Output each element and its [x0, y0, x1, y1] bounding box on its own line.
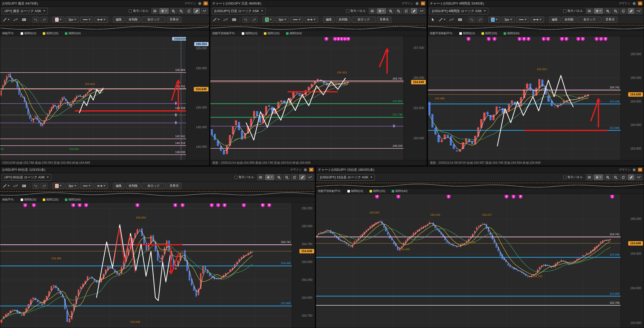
zoom-in-icon[interactable]	[604, 174, 611, 180]
edit-button[interactable]: 編集	[113, 17, 125, 23]
color-picker[interactable]	[52, 183, 64, 189]
line-style-icon[interactable]	[290, 17, 303, 23]
delete-all-button[interactable]: 全削除	[336, 17, 350, 23]
bell-icon[interactable]	[392, 124, 396, 129]
pencil-icon[interactable]	[193, 8, 200, 14]
close-icon[interactable]: ×	[421, 2, 425, 5]
close-icon[interactable]: ×	[204, 2, 208, 5]
gear-icon[interactable]	[632, 168, 636, 172]
delete-all-button[interactable]: 全削除	[126, 183, 140, 189]
card-tool-icon[interactable]	[456, 17, 463, 23]
zoom-out-icon[interactable]	[178, 8, 184, 14]
price-chart[interactable]: 154.741154.446153.886153.755155.053155.0…	[316, 194, 621, 328]
wave-icon[interactable]	[635, 8, 642, 14]
trade-panel-checkbox[interactable]: 取引パネル	[563, 9, 583, 13]
pointer-icon[interactable]	[429, 17, 436, 23]
redo-icon[interactable]	[251, 17, 258, 23]
add-icon[interactable]	[159, 8, 169, 14]
refresh-icon[interactable]	[620, 174, 627, 180]
color-picker[interactable]	[262, 17, 274, 23]
price-chart[interactable]: 154.741154.446153.886155.053154.48621114…	[428, 36, 621, 160]
rate-list-icon[interactable]	[586, 8, 593, 14]
hide-button[interactable]: 非表示	[377, 17, 391, 23]
lock-all-button[interactable]: 全ロック	[142, 183, 166, 189]
undo-icon[interactable]	[32, 183, 39, 189]
refresh-icon[interactable]	[291, 174, 298, 180]
add-icon[interactable]	[377, 8, 386, 14]
rate-list-icon[interactable]	[586, 174, 593, 180]
arrow-style-icon[interactable]	[95, 183, 108, 189]
zigzag-tool-icon[interactable]	[12, 183, 19, 189]
zoom-out-icon[interactable]	[612, 8, 619, 14]
card-tool-icon[interactable]	[230, 17, 237, 23]
delete-all-button[interactable]: 全削除	[126, 17, 140, 23]
hide-button[interactable]: 非表示	[603, 17, 617, 23]
price-chart[interactable]: 154.741154.446153.886155.053154.486153.6…	[0, 203, 292, 328]
zoom-in-icon[interactable]	[387, 8, 394, 14]
price-chart[interactable]: 154.741152.859151.746149.159155.05341311…	[210, 36, 404, 160]
checkbox-box[interactable]	[234, 176, 237, 179]
card-tool-icon[interactable]	[20, 17, 27, 23]
zigzag-tool-icon[interactable]	[222, 17, 229, 23]
line-tool-icon[interactable]	[2, 17, 11, 23]
overview-strip[interactable]	[316, 182, 644, 188]
checkbox-box[interactable]	[346, 10, 349, 13]
bell-icon[interactable]	[174, 121, 178, 126]
design-button[interactable]: デザイン	[619, 2, 630, 5]
edit-button[interactable]: 編集	[323, 17, 335, 23]
rate-list-icon[interactable]	[151, 8, 158, 14]
refresh-icon[interactable]	[185, 8, 192, 14]
line-style-icon[interactable]	[80, 183, 93, 189]
redo-icon[interactable]	[41, 17, 48, 23]
chart-plot-area[interactable]: 154.741154.446153.886155.053154.48621114…	[428, 36, 644, 160]
overview-strip[interactable]	[210, 24, 427, 31]
price-axis[interactable]: 155.500155.000154.500154.000153.500154.6…	[621, 36, 644, 160]
close-icon[interactable]: ×	[309, 168, 313, 172]
hide-button[interactable]: 非表示	[167, 183, 181, 189]
gear-icon[interactable]	[632, 2, 636, 6]
redo-icon[interactable]	[41, 183, 48, 189]
trade-panel-checkbox[interactable]: 取引パネル	[129, 9, 148, 13]
rate-list-icon[interactable]	[369, 8, 376, 14]
design-button[interactable]: デザイン	[402, 2, 413, 5]
line-style-icon[interactable]	[80, 17, 93, 23]
arrow-style-icon[interactable]	[305, 17, 318, 23]
wave-icon[interactable]	[635, 174, 642, 180]
chart-plot-area[interactable]: 158.884154.741142.041140.318138.038149.1…	[0, 36, 209, 160]
pencil-icon[interactable]	[628, 8, 634, 14]
color-picker[interactable]	[52, 17, 64, 23]
checkbox-box[interactable]	[563, 176, 566, 179]
close-icon[interactable]: ×	[638, 2, 642, 5]
bell-icon[interactable]	[174, 113, 178, 118]
instrument-dropdown[interactable]: /JPY] 週足 ローソク ASK	[2, 8, 48, 14]
gear-icon[interactable]	[415, 2, 419, 6]
arrow-style-icon[interactable]	[95, 17, 108, 23]
wave-icon[interactable]	[418, 8, 425, 14]
instrument-dropdown[interactable]: /JPY] 60分足 ローソク ASK	[2, 174, 51, 181]
line-tool-icon[interactable]	[2, 183, 11, 189]
price-axis[interactable]: 155.000154.500154.000153.500154.649	[621, 194, 644, 328]
undo-icon[interactable]	[242, 17, 249, 23]
lock-all-button[interactable]: 全ロック	[142, 17, 166, 23]
zoom-out-icon[interactable]	[612, 174, 619, 180]
zoom-out-icon[interactable]	[395, 8, 402, 14]
overview-strip[interactable]	[428, 24, 644, 31]
zoom-in-icon[interactable]	[275, 174, 282, 180]
rate-list-icon[interactable]	[257, 174, 264, 180]
undo-icon[interactable]	[32, 17, 39, 23]
redo-icon[interactable]	[476, 17, 484, 23]
zoom-in-icon[interactable]	[604, 8, 611, 14]
line-width-dropdown[interactable]: 3px	[502, 17, 515, 23]
chart-plot-area[interactable]: 154.741154.446153.886153.755155.053155.0…	[316, 194, 644, 328]
line-style-icon[interactable]	[516, 17, 529, 23]
price-chart[interactable]: 158.884154.741142.041140.318138.038149.1…	[0, 36, 186, 160]
pencil-icon[interactable]	[411, 8, 417, 14]
gear-icon[interactable]	[303, 168, 307, 172]
edit-button[interactable]: 編集	[113, 183, 125, 189]
delete-all-button[interactable]: 全削除	[562, 17, 576, 23]
line-tool-icon[interactable]	[438, 17, 447, 23]
checkbox-box[interactable]	[563, 10, 566, 13]
checkbox-box[interactable]	[129, 10, 132, 13]
overview-strip[interactable]	[0, 190, 315, 197]
zigzag-tool-icon[interactable]	[12, 17, 19, 23]
